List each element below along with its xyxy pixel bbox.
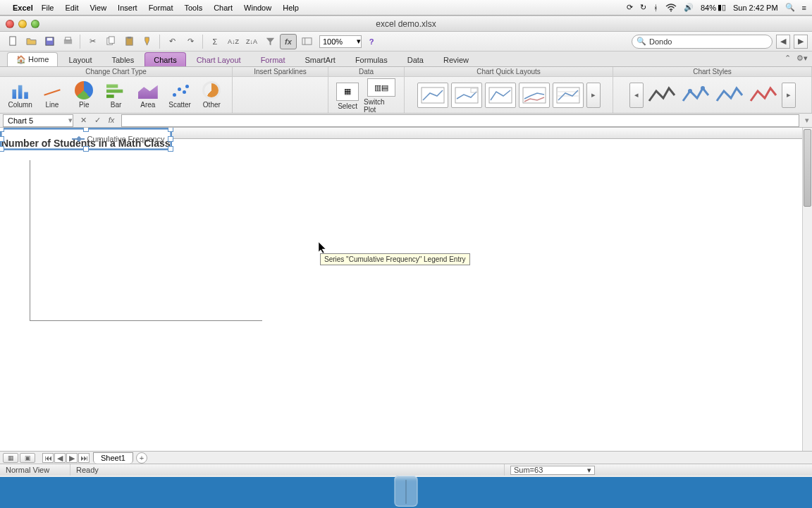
switch-plot-button[interactable]: ▥▤Switch Plot — [364, 77, 398, 115]
spreadsheet-grid[interactable]: Number of Students in a Math Class Cumul… — [0, 128, 812, 451]
tab-data[interactable]: Data — [398, 52, 433, 66]
notification-icon[interactable]: ≡ — [802, 4, 806, 12]
print-button[interactable] — [59, 34, 76, 49]
cut-button[interactable]: ✂ — [84, 34, 101, 49]
sort-asc-button[interactable]: A↓Z — [225, 34, 242, 49]
vertical-scrollbar[interactable] — [802, 128, 812, 451]
menu-extra-timemachine[interactable]: ↻ — [640, 3, 646, 12]
insert-function-button[interactable]: fx — [106, 116, 117, 125]
menu-extra-wifi[interactable] — [665, 4, 677, 12]
menu-extra-sync[interactable]: ⟳ — [627, 3, 633, 12]
zoom-select[interactable]: 100%▾ — [319, 35, 362, 48]
menu-extra-clock[interactable]: Sun 2:42 PM — [733, 4, 778, 12]
tab-layout[interactable]: Layout — [59, 52, 101, 66]
help-button[interactable]: ? — [363, 34, 380, 49]
chart-type-line[interactable]: Line — [37, 80, 66, 110]
spotlight-icon[interactable]: 🔍 — [785, 3, 795, 12]
ribbon-settings-button[interactable]: ⚙▾ — [796, 54, 808, 63]
svg-point-20 — [688, 89, 692, 93]
ribbon-group-label: Data — [328, 67, 404, 77]
chart-type-bar[interactable]: Bar — [102, 80, 130, 110]
menu-extra-bluetooth[interactable]: ᚼ — [653, 4, 658, 12]
mac-menubar: Excel FileEditViewInsertFormatToolsChart… — [0, 0, 812, 16]
tab-charts[interactable]: Charts — [144, 52, 185, 66]
menu-format[interactable]: Format — [149, 4, 173, 12]
tab-tables[interactable]: Tables — [102, 52, 143, 66]
nav-prev-button[interactable]: ◀ — [776, 35, 790, 49]
chart-type-pie[interactable]: Pie — [70, 80, 99, 110]
first-sheet-button[interactable]: ⏮ — [42, 453, 54, 463]
chart-style-prev[interactable]: ◂ — [629, 83, 644, 108]
menu-insert[interactable]: Insert — [118, 4, 137, 12]
chart-style-3[interactable] — [714, 84, 745, 107]
tab-format[interactable]: Format — [252, 52, 295, 66]
chart-type-other[interactable]: Other — [197, 80, 226, 110]
menu-view[interactable]: View — [90, 4, 106, 12]
tab-formulas[interactable]: Formulas — [346, 52, 397, 66]
sheet-tab-sheet1[interactable]: Sheet1 — [93, 452, 133, 464]
chart-style-4[interactable] — [748, 84, 779, 107]
search-field[interactable]: 🔍 Dondo — [632, 35, 773, 49]
copy-button[interactable] — [102, 34, 119, 49]
tab-home[interactable]: 🏠 Home — [7, 52, 58, 66]
normal-view-button[interactable]: ▦ — [3, 453, 18, 463]
svg-rect-10 — [302, 38, 311, 44]
save-button[interactable] — [41, 34, 58, 49]
chart-type-column[interactable]: Column — [6, 80, 35, 110]
tab-review[interactable]: Review — [434, 52, 478, 66]
filter-button[interactable] — [262, 34, 278, 49]
autosum-button[interactable]: Σ — [207, 34, 223, 49]
sort-desc-button[interactable]: Z↓A — [243, 34, 260, 49]
menu-window[interactable]: Window — [244, 4, 271, 12]
quick-layout-2[interactable] — [451, 83, 482, 108]
last-sheet-button[interactable]: ⏭ — [78, 453, 90, 463]
show-formulas-button[interactable] — [298, 34, 315, 49]
nav-next-button[interactable]: ▶ — [794, 35, 808, 49]
enter-formula-button[interactable]: ✓ — [92, 116, 103, 125]
quick-layout-3[interactable] — [485, 83, 516, 108]
page-layout-view-button[interactable]: ▣ — [20, 453, 35, 463]
chart-style-2[interactable] — [680, 84, 711, 107]
new-doc-button[interactable] — [4, 34, 21, 49]
svg-point-21 — [701, 86, 705, 90]
fx-button[interactable]: fx — [280, 34, 297, 49]
next-sheet-button[interactable]: ▶ — [66, 453, 78, 463]
menu-extra-volume[interactable]: 🔊 — [684, 3, 694, 12]
chart-style-next[interactable]: ▸ — [782, 83, 796, 108]
quick-layout-5[interactable] — [553, 83, 584, 108]
menu-edit[interactable]: Edit — [65, 4, 78, 12]
quick-layout-more[interactable]: ▸ — [586, 83, 601, 108]
redo-button[interactable]: ↷ — [182, 34, 199, 49]
chart-plot-area[interactable] — [30, 160, 262, 321]
menu-file[interactable]: File — [42, 4, 54, 12]
open-button[interactable] — [23, 34, 39, 49]
paste-button[interactable] — [121, 34, 137, 49]
status-sum[interactable]: Sum=63▾ — [510, 466, 595, 475]
tab-smartart[interactable]: SmartArt — [295, 52, 344, 66]
undo-button[interactable]: ↶ — [164, 34, 180, 49]
menu-help[interactable]: Help — [283, 4, 299, 12]
chart-style-1[interactable] — [646, 84, 677, 107]
scroll-thumb[interactable] — [804, 129, 811, 207]
tab-chart-layout[interactable]: Chart Layout — [187, 52, 250, 66]
chart-legend[interactable]: Cumulative Frequency — [72, 135, 165, 143]
svg-point-0 — [670, 10, 672, 11]
chart-type-area[interactable]: Area — [133, 80, 162, 110]
select-data-button[interactable]: ▦Select — [334, 81, 361, 111]
app-name[interactable]: Excel — [13, 4, 33, 12]
name-box[interactable]: Chart 5▾ — [3, 114, 73, 127]
menu-tools[interactable]: Tools — [184, 4, 202, 12]
menu-chart[interactable]: Chart — [214, 4, 233, 12]
embedded-chart[interactable]: Number of Students in a Math Class Cumul… — [0, 128, 172, 150]
formula-input[interactable] — [121, 114, 799, 127]
add-sheet-button[interactable]: + — [136, 452, 147, 464]
quick-layout-4[interactable] — [519, 83, 550, 108]
cancel-formula-button[interactable]: ✕ — [78, 116, 89, 125]
ribbon-collapse-button[interactable]: ⌃ — [785, 54, 791, 63]
menu-extra-battery[interactable]: 84% ▮▯ — [701, 3, 726, 12]
status-state: Ready — [70, 464, 505, 476]
quick-layout-1[interactable] — [417, 83, 448, 108]
prev-sheet-button[interactable]: ◀ — [54, 453, 66, 463]
format-painter-button[interactable] — [139, 34, 156, 49]
chart-type-scatter[interactable]: Scatter — [165, 80, 194, 110]
